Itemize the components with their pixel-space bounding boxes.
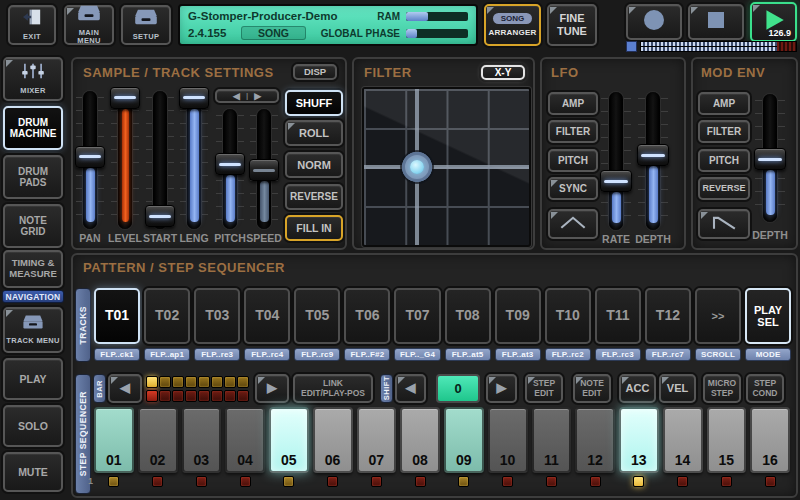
lfo-rate-slider[interactable] xyxy=(600,92,632,230)
record-button[interactable] xyxy=(626,4,682,40)
filter-xy-pad[interactable] xyxy=(362,87,531,247)
slider-handle[interactable] xyxy=(110,87,140,109)
pitch-nudge-button[interactable]: ◀ | ▶ xyxy=(215,89,279,103)
step-10[interactable]: 10 xyxy=(488,407,528,473)
env-amp-button[interactable]: AMP xyxy=(698,92,750,115)
step-15[interactable]: 15 xyxy=(707,407,747,473)
sidebar-item-mixer[interactable]: MIXER xyxy=(3,57,63,101)
lfo-filter-button[interactable]: FILTER xyxy=(548,120,598,143)
shift-left-button[interactable]: ◀ xyxy=(395,374,426,403)
sidebar-item-track-menu[interactable]: TRACK MENU xyxy=(3,307,63,353)
step-05[interactable]: 05 xyxy=(269,407,309,473)
play-sel-button[interactable]: PLAY SEL xyxy=(745,288,791,344)
song-arranger-button[interactable]: SONG ARRANGER xyxy=(484,4,541,46)
step-12[interactable]: 12 xyxy=(575,407,615,473)
speed-slider[interactable] xyxy=(249,109,279,229)
step-16[interactable]: 16 xyxy=(750,407,790,473)
track-button-t07[interactable]: T07 xyxy=(394,288,440,344)
track-button-t03[interactable]: T03 xyxy=(194,288,240,344)
norm-button[interactable]: NORM xyxy=(285,152,343,178)
track-button-t10[interactable]: T10 xyxy=(545,288,591,344)
track-button-t02[interactable]: T02 xyxy=(144,288,190,344)
step-number: 16 xyxy=(762,452,778,468)
shift-right-button[interactable]: ▶ xyxy=(486,374,517,403)
shuffle-button[interactable]: SHUFF xyxy=(285,90,343,116)
slider-handle[interactable] xyxy=(75,146,105,168)
start-slider[interactable] xyxy=(145,91,175,229)
track-button-t11[interactable]: T11 xyxy=(595,288,641,344)
setup-button[interactable]: SETUP xyxy=(121,5,171,45)
stop-button[interactable] xyxy=(688,4,744,40)
main-menu-button[interactable]: MAIN MENU xyxy=(64,5,114,45)
env-depth-slider[interactable] xyxy=(754,94,786,222)
track-button-t08[interactable]: T08 xyxy=(445,288,491,344)
track-slot-t09: T09 FLP..at3 xyxy=(495,288,541,363)
track-button-t05[interactable]: T05 xyxy=(294,288,340,344)
env-reverse-button[interactable]: REVERSE xyxy=(698,177,750,200)
step-06[interactable]: 06 xyxy=(313,407,353,473)
sidebar-item-play[interactable]: PLAY xyxy=(3,358,63,400)
play-button[interactable]: 126.9 xyxy=(750,2,797,42)
note-edit-button[interactable]: NOTEEDIT xyxy=(573,374,611,403)
sidebar-item-timing-measure[interactable]: TIMING & MEASURE xyxy=(3,250,63,288)
step-13[interactable]: 13 xyxy=(619,407,659,473)
slider-handle[interactable] xyxy=(600,170,632,192)
track-button-t01[interactable]: T01 xyxy=(94,288,140,344)
reverse-button[interactable]: REVERSE xyxy=(285,184,343,210)
step-number: 07 xyxy=(369,452,385,468)
link-edit-play-pos-button[interactable]: LINK EDIT/PLAY-POS xyxy=(293,374,373,403)
xy-mode-button[interactable]: X-Y xyxy=(481,65,525,80)
track-button-t12[interactable]: T12 xyxy=(645,288,691,344)
sidebar-item-drum-pads[interactable]: DRUM PADS xyxy=(3,155,63,199)
step-03[interactable]: 03 xyxy=(182,407,222,473)
bar-next-button[interactable]: ▶ xyxy=(255,374,289,403)
env-shape-button[interactable] xyxy=(698,209,750,239)
slider-handle[interactable] xyxy=(754,148,786,170)
track-scroll-button[interactable]: >> xyxy=(695,288,741,344)
step-02[interactable]: 02 xyxy=(138,407,178,473)
fill-in-button[interactable]: FILL IN xyxy=(285,215,343,241)
lfo-pitch-button[interactable]: PITCH xyxy=(548,149,598,172)
step-11[interactable]: 11 xyxy=(532,407,572,473)
step-cond-button[interactable]: STEPCOND xyxy=(746,374,784,403)
pan-slider[interactable] xyxy=(75,91,105,229)
slider-handle[interactable] xyxy=(637,144,669,166)
track-button-t09[interactable]: T09 xyxy=(495,288,541,344)
step-07[interactable]: 07 xyxy=(357,407,397,473)
sidebar-item-mute[interactable]: MUTE xyxy=(3,452,63,492)
step-09[interactable]: 09 xyxy=(444,407,484,473)
accent-button[interactable]: ACC xyxy=(619,374,656,403)
track-button-t06[interactable]: T06 xyxy=(344,288,390,344)
lfo-depth-slider[interactable] xyxy=(637,92,669,230)
pitch-slider[interactable] xyxy=(215,109,245,229)
sidebar-item-solo[interactable]: SOLO xyxy=(3,405,63,447)
xy-cursor-knob[interactable] xyxy=(402,152,432,182)
sidebar-item-drum-machine[interactable]: DRUM MACHINE xyxy=(3,106,63,150)
lfo-sync-button[interactable]: SYNC xyxy=(548,177,598,200)
step-08[interactable]: 08 xyxy=(400,407,440,473)
level-slider[interactable] xyxy=(110,91,140,229)
song-mode-button[interactable]: SONG xyxy=(241,26,306,40)
length-slider[interactable] xyxy=(179,91,209,229)
velocity-button[interactable]: VEL xyxy=(659,374,696,403)
roll-button[interactable]: ROLL xyxy=(285,120,343,146)
slider-handle[interactable] xyxy=(249,159,279,181)
reverse-label: REVERSE xyxy=(290,191,338,203)
sidebar-item-note-grid[interactable]: NOTE GRID xyxy=(3,204,63,248)
env-filter-button[interactable]: FILTER xyxy=(698,120,750,143)
track-button-t04[interactable]: T04 xyxy=(244,288,290,344)
exit-button[interactable]: EXIT xyxy=(8,5,56,45)
env-pitch-button[interactable]: PITCH xyxy=(698,149,750,172)
step-01[interactable]: 01 xyxy=(94,407,134,473)
fine-tune-button[interactable]: FINE TUNE xyxy=(547,4,597,46)
slider-handle[interactable] xyxy=(145,205,175,227)
slider-handle[interactable] xyxy=(179,87,209,109)
lfo-amp-button[interactable]: AMP xyxy=(548,92,598,115)
micro-step-button[interactable]: MICROSTEP xyxy=(703,374,741,403)
bar-prev-button[interactable]: ◀ xyxy=(108,374,142,403)
disp-button[interactable]: DISP xyxy=(293,64,337,80)
step-edit-button[interactable]: STEPEDIT xyxy=(525,374,563,403)
slider-handle[interactable] xyxy=(215,153,245,175)
step-14[interactable]: 14 xyxy=(663,407,703,473)
step-04[interactable]: 04 xyxy=(225,407,265,473)
